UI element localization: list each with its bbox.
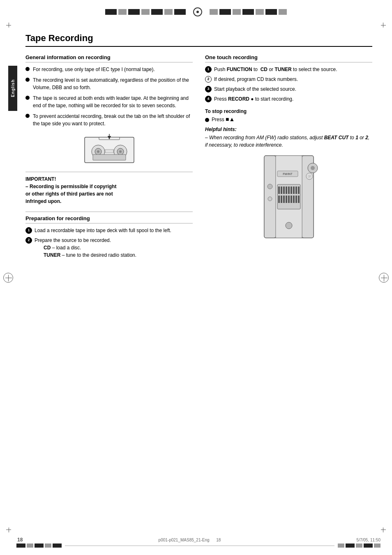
corner-mark-bl <box>6 524 14 532</box>
bullet-icon <box>25 67 30 71</box>
left-crosshair <box>3 273 13 283</box>
list-item: 4 Press RECORD ● to start recording. <box>205 95 372 103</box>
one-touch-heading: One touch recording <box>205 54 372 62</box>
important-text: – Recording is permissible if copyright … <box>25 183 193 205</box>
svg-text:☞: ☞ <box>307 174 311 179</box>
right-column: One touch recording 1 Push FUNCTION to C… <box>205 54 372 261</box>
svg-rect-31 <box>278 196 280 203</box>
language-tab-label: English <box>11 79 15 97</box>
important-title: IMPORTANT! <box>25 175 193 183</box>
step-number: 1 <box>205 66 212 73</box>
stop-recording-section: To stop recording Press ■▲ <box>205 108 372 122</box>
top-bar-left <box>105 9 186 15</box>
bottom-area: 18 p001-p021_MAS85_21-Eng 18 5/7/05, 11:… <box>17 537 380 543</box>
svg-point-16 <box>311 166 315 170</box>
svg-rect-39 <box>298 196 300 203</box>
device-diagram-container: FM/INT ☞ <box>205 154 372 240</box>
bar-block <box>105 9 117 15</box>
circle-mark-inner <box>196 11 199 13</box>
tape-diagram-svg <box>83 133 136 166</box>
step-number: 1 <box>25 227 32 234</box>
page-wrapper: English Tape Recording General informati… <box>0 0 392 555</box>
bar-block <box>265 9 277 15</box>
svg-rect-28 <box>293 187 295 194</box>
bullet-icon <box>205 118 209 122</box>
one-touch-section: One touch recording 1 Push FUNCTION to C… <box>205 54 372 103</box>
svg-rect-27 <box>291 187 292 194</box>
bar-block <box>242 9 254 15</box>
svg-rect-36 <box>291 196 292 203</box>
bullet-icon <box>25 114 30 118</box>
svg-point-7 <box>119 150 122 153</box>
bar-block <box>27 543 33 548</box>
svg-point-4 <box>97 150 99 153</box>
preparation-steps: 1 Load a recordable tape into tape deck … <box>25 227 193 259</box>
general-bullet-list: For recording, use only tape of IEC type… <box>25 66 193 127</box>
one-touch-list: 1 Push FUNCTION to CD or TUNER to select… <box>205 66 372 103</box>
helpful-hints-text: – When recording from AM (FW) radio stat… <box>205 134 372 149</box>
svg-rect-26 <box>288 187 290 194</box>
svg-rect-23 <box>281 187 282 194</box>
right-crosshair <box>379 273 389 283</box>
bar-block <box>279 9 287 15</box>
bar-block <box>141 9 150 15</box>
svg-point-40 <box>286 222 292 229</box>
bar-block <box>174 9 186 15</box>
bar-block <box>16 543 25 548</box>
bar-block <box>219 9 231 15</box>
bullet-icon <box>25 78 30 82</box>
bar-block <box>356 543 362 548</box>
bottom-decorative-bar <box>16 543 380 548</box>
list-item: For recording, use only tape of IEC type… <box>25 66 193 73</box>
bar-block <box>118 9 127 15</box>
svg-rect-22 <box>278 187 280 194</box>
stop-recording-instruction: Press ■▲ <box>205 116 372 122</box>
svg-rect-32 <box>281 196 282 203</box>
stop-recording-title: To stop recording <box>205 108 372 114</box>
svg-rect-34 <box>286 196 287 203</box>
list-item: 1 Push FUNCTION to CD or TUNER to select… <box>205 66 372 73</box>
date-reference: 5/7/05, 11:50 <box>357 538 380 542</box>
svg-rect-25 <box>286 187 287 194</box>
step-number: 3 <box>205 86 212 92</box>
left-column: General information on recording For rec… <box>25 54 193 261</box>
step-number: 2 <box>205 76 212 83</box>
bar-block <box>256 9 264 15</box>
page-number: 18 <box>17 537 23 543</box>
preparation-heading: Preparation for recording <box>25 215 193 223</box>
top-decorative-bar <box>0 0 392 21</box>
svg-text:FM/INT: FM/INT <box>283 173 293 175</box>
list-item: To prevent accidental recording, break o… <box>25 113 193 127</box>
bar-block <box>233 9 241 15</box>
svg-rect-37 <box>293 196 295 203</box>
corner-mark-tl <box>6 23 14 31</box>
list-item: 2 If desired, program CD track numbers. <box>205 76 372 83</box>
step-number: 2 <box>25 237 32 244</box>
bar-block <box>374 543 380 548</box>
general-section-heading: General information on recording <box>25 54 193 62</box>
svg-rect-24 <box>283 187 285 194</box>
list-item: 2 Prepare the source to be recorded. CD … <box>25 237 193 259</box>
helpful-hints-section: Helpful hints: – When recording from AM … <box>205 127 372 149</box>
step-number: 4 <box>205 96 212 102</box>
svg-rect-33 <box>283 196 285 203</box>
svg-rect-29 <box>295 187 297 194</box>
list-item: The recording level is set automatically… <box>25 76 193 91</box>
svg-rect-35 <box>288 196 290 203</box>
bar-block <box>53 543 62 548</box>
svg-rect-38 <box>295 196 297 203</box>
main-content: Tape Recording General information on re… <box>17 29 380 269</box>
page-title: Tape Recording <box>25 33 372 47</box>
svg-point-42 <box>268 197 272 201</box>
language-tab: English <box>8 66 17 111</box>
bar-block <box>346 543 355 548</box>
svg-rect-8 <box>93 154 126 160</box>
bar-block <box>210 9 218 15</box>
preparation-section: Preparation for recording 1 Load a recor… <box>25 212 193 259</box>
device-diagram-svg: FM/INT ☞ <box>252 154 326 240</box>
list-item: 3 Start playback of the selected source. <box>205 85 372 93</box>
svg-rect-10 <box>105 150 113 153</box>
bottom-bar-right <box>338 543 380 548</box>
bar-block <box>45 543 51 548</box>
tape-diagram-container <box>25 133 193 166</box>
